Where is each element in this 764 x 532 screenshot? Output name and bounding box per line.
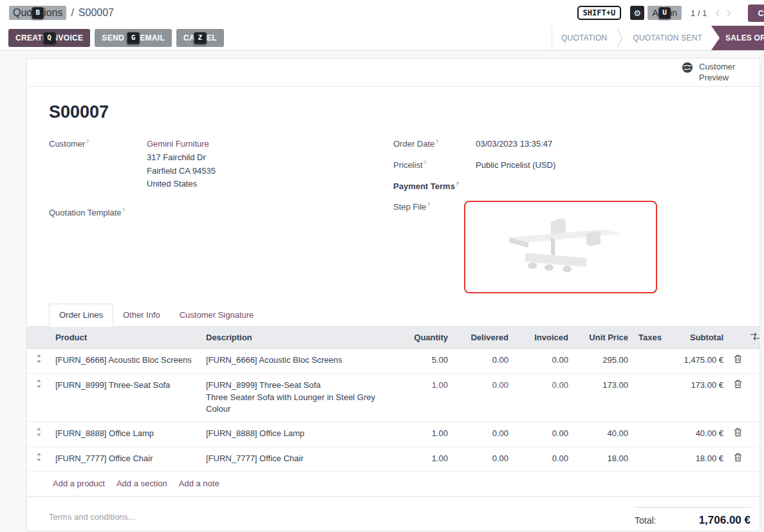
- cell-subtotal: 173.00 €: [666, 373, 729, 422]
- action-menu[interactable]: ⚙ Action U: [630, 6, 682, 20]
- table-header-row: Product Description Quantity Delivered I…: [27, 327, 760, 349]
- help-icon: ?: [427, 201, 430, 208]
- cell-invoiced[interactable]: 0.00: [514, 348, 573, 373]
- table-row: [FURN_6666] Acoustic Bloc Screens [FURN_…: [27, 348, 760, 373]
- cancel-button[interactable]: CANCEL Z: [176, 29, 224, 47]
- cell-quantity[interactable]: 1.00: [394, 422, 453, 447]
- cell-quantity[interactable]: 5.00: [394, 348, 453, 373]
- trash-icon: [734, 356, 742, 365]
- table-row: [FURN_7777] Office Chair [FURN_7777] Off…: [27, 447, 760, 472]
- customer-address-line-2: Fairfield CA 94535: [147, 165, 216, 178]
- hotkey-badge-cancel: Z: [194, 32, 206, 44]
- add-a-product-link[interactable]: Add a product: [53, 479, 105, 488]
- gear-glyph: ⚙: [633, 8, 641, 18]
- pricelist-field-label: Pricelist?: [393, 159, 476, 172]
- order-date-field-value[interactable]: 03/03/2023 13:35:47: [476, 138, 552, 151]
- cell-taxes[interactable]: [633, 348, 666, 373]
- cell-product[interactable]: [FURN_7777] Office Chair: [50, 447, 201, 472]
- header-taxes[interactable]: Taxes: [633, 327, 666, 349]
- cell-product[interactable]: [FURN_8999] Three-Seat Sofa: [50, 373, 201, 422]
- cell-delivered[interactable]: 0.00: [453, 447, 514, 472]
- create-button-clipped[interactable]: C: [748, 5, 764, 22]
- stage-quotation-sent[interactable]: QUOTATION SENT: [624, 26, 711, 50]
- send-by-email-button[interactable]: SEND BY EMAIL G: [95, 29, 172, 47]
- tab-other-info[interactable]: Other Info: [113, 304, 170, 326]
- tab-order-lines[interactable]: Order Lines: [49, 304, 113, 327]
- header-handle-column: [27, 327, 50, 349]
- cell-description[interactable]: [FURN_8999] Three-Seat Sofa Three Seater…: [201, 373, 394, 422]
- stage-quotation[interactable]: QUOTATION: [552, 26, 616, 50]
- cell-invoiced[interactable]: 0.00: [514, 447, 573, 472]
- globe-icon: [682, 62, 693, 75]
- cell-delivered[interactable]: 0.00: [453, 348, 514, 373]
- cell-quantity[interactable]: 1.00: [394, 373, 453, 422]
- row-drag-handle[interactable]: [27, 447, 50, 472]
- stage-separator-icon: [616, 26, 624, 50]
- add-a-section-link[interactable]: Add a section: [116, 479, 167, 488]
- record-pager: 1 / 1 ‹ ›: [691, 6, 733, 20]
- cell-delivered[interactable]: 0.00: [453, 373, 514, 422]
- header-quantity[interactable]: Quantity: [394, 327, 453, 349]
- cell-delivered[interactable]: 0.00: [453, 422, 514, 447]
- cell-unit-price[interactable]: 295.00: [573, 348, 633, 373]
- cell-subtotal: 40.00 €: [666, 422, 729, 447]
- cell-product[interactable]: [FURN_6666] Acoustic Bloc Screens: [50, 348, 201, 373]
- table-row: [FURN_8888] Office Lamp [FURN_8888] Offi…: [27, 422, 760, 447]
- breadcrumb-quotations-link[interactable]: Quotations B: [9, 6, 66, 20]
- cell-unit-price[interactable]: 18.00: [573, 447, 633, 472]
- tab-customer-signature[interactable]: Customer Signature: [170, 304, 264, 326]
- pager-previous-button[interactable]: ‹: [713, 6, 722, 20]
- pager-count: 1 / 1: [691, 8, 707, 18]
- create-invoice-button[interactable]: CREATE INVOICE Q: [8, 29, 90, 47]
- header-description[interactable]: Description: [201, 327, 394, 349]
- row-drag-handle[interactable]: [27, 422, 50, 447]
- cell-quantity[interactable]: 1.00: [394, 447, 453, 472]
- field-row-quotation-template: Quotation Template?: [49, 206, 393, 217]
- cell-taxes[interactable]: [633, 373, 666, 422]
- field-group-right: Order Date? 03/03/2023 13:35:47 Pricelis…: [393, 138, 738, 300]
- delete-row-button[interactable]: [729, 348, 745, 373]
- cell-unit-price[interactable]: 40.00: [573, 422, 633, 447]
- hotkey-badge-send-email: G: [127, 32, 140, 44]
- cell-unit-price[interactable]: 173.00: [573, 373, 633, 422]
- add-a-note-link[interactable]: Add a note: [179, 479, 219, 488]
- row-drag-handle[interactable]: [27, 348, 50, 373]
- action-menu-label[interactable]: Action U: [648, 6, 682, 20]
- table-footer-links: Add a product Add a section Add a note: [27, 472, 759, 497]
- delete-row-button[interactable]: [729, 447, 745, 472]
- pricelist-field-value[interactable]: Public Pricelist (USD): [476, 159, 555, 172]
- row-drag-handle[interactable]: [27, 373, 50, 422]
- delete-row-button[interactable]: [729, 422, 745, 447]
- header-subtotal[interactable]: Subtotal: [666, 327, 729, 349]
- customer-preview-link[interactable]: Customer Preview: [682, 62, 741, 83]
- control-bar: CREATE INVOICE Q SEND BY EMAIL G CANCEL …: [0, 26, 764, 51]
- pager-next-button[interactable]: ›: [725, 6, 733, 20]
- order-lines-table: Product Description Quantity Delivered I…: [27, 327, 760, 472]
- cell-invoiced[interactable]: 0.00: [514, 422, 573, 447]
- step-file-image-widget[interactable]: [464, 201, 657, 293]
- header-unit-price[interactable]: Unit Price: [573, 327, 633, 349]
- field-row-step-file: Step File?: [393, 201, 738, 293]
- optional-columns-icon[interactable]: [745, 327, 760, 349]
- breadcrumb: Quotations B / S00007: [9, 6, 114, 20]
- cell-taxes[interactable]: [633, 422, 666, 447]
- record-action-buttons: CREATE INVOICE Q SEND BY EMAIL G CANCEL …: [0, 26, 224, 50]
- cell-description[interactable]: [FURN_6666] Acoustic Bloc Screens: [201, 348, 394, 373]
- help-icon: ?: [86, 138, 89, 145]
- total-value: 1,706.00 €: [699, 514, 750, 527]
- terms-and-conditions-input[interactable]: Terms and conditions...: [49, 507, 135, 527]
- cell-invoiced[interactable]: 0.00: [514, 373, 573, 422]
- cell-description[interactable]: [FURN_7777] Office Chair: [201, 447, 394, 472]
- cell-taxes[interactable]: [633, 447, 666, 472]
- header-delivered[interactable]: Delivered: [453, 327, 514, 349]
- customer-address-line-3: United States: [147, 178, 216, 191]
- gear-icon[interactable]: ⚙: [630, 6, 644, 20]
- header-invoiced[interactable]: Invoiced: [514, 327, 573, 349]
- cell-product[interactable]: [FURN_8888] Office Lamp: [50, 422, 201, 447]
- cell-description[interactable]: [FURN_8888] Office Lamp: [201, 422, 394, 447]
- customer-name-link[interactable]: Gemini Furniture: [147, 138, 216, 151]
- order-date-field-label: Order Date?: [393, 138, 476, 151]
- stage-sales-order-active[interactable]: SALES ORDER: [711, 26, 764, 50]
- delete-row-button[interactable]: [729, 373, 745, 422]
- header-product[interactable]: Product: [50, 327, 201, 349]
